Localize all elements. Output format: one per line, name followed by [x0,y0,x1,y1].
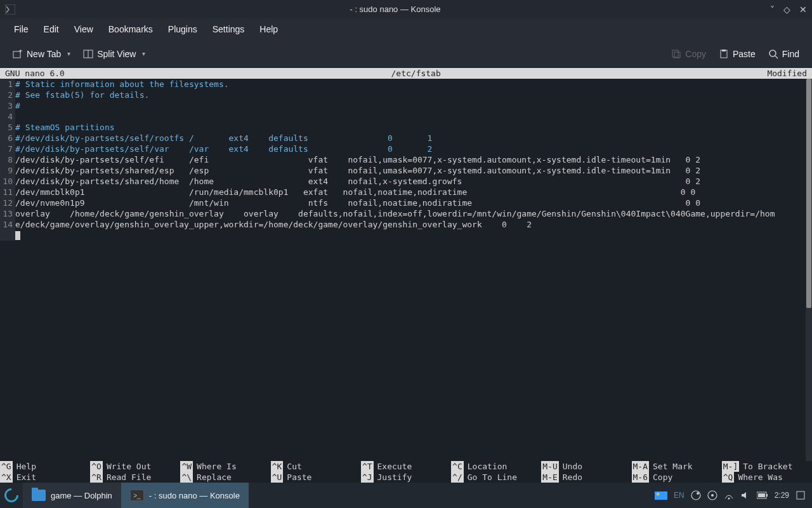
nano-shortcut: ^TExecute [361,461,451,472]
nano-editor[interactable]: 1234567891011121314 # Static information… [0,79,812,241]
folder-icon [32,490,46,501]
nano-shortcut: M-ASet Mark [632,461,722,472]
window-titlebar: - : sudo nano — Konsole ˅ ◇ ✕ [0,0,812,18]
task-konsole-label: - : sudo nano — Konsole [149,491,240,500]
steamdeck-logo-icon [1,485,21,505]
nano-shortcut: M-UUndo [541,461,631,472]
network-icon[interactable] [724,490,734,500]
menubar: File Edit View Bookmarks Plugins Setting… [0,18,812,40]
task-konsole[interactable]: >_ - : sudo nano — Konsole [121,483,249,508]
svg-rect-16 [766,494,768,497]
menu-settings[interactable]: Settings [205,20,252,38]
svg-rect-0 [5,4,15,15]
battery-icon[interactable] [757,491,768,499]
window-controls: ˅ ◇ ✕ [770,4,807,15]
steam-icon[interactable] [691,490,701,500]
nano-filename: /etc/fstab [65,68,767,79]
nano-shortcut: ^CLocation [451,461,541,472]
paste-button[interactable]: Paste [712,45,762,63]
scrollbar-vertical[interactable] [806,79,812,461]
menu-bookmarks[interactable]: Bookmarks [101,20,160,38]
menu-view[interactable]: View [67,20,101,38]
steam-icon-2[interactable] [707,490,717,500]
keyboard-layout-icon[interactable] [655,491,667,500]
minimize-icon[interactable]: ˅ [770,4,775,15]
menu-edit[interactable]: Edit [36,20,67,38]
svg-point-8 [769,50,776,57]
system-tray: EN 2:29 [648,490,812,500]
nano-shortcut: ^OWrite Out [90,461,180,472]
svg-rect-18 [797,491,804,499]
taskbar: game — Dolphin >_ - : sudo nano — Konsol… [0,483,812,508]
nano-shortcut: ^GHelp [0,461,90,472]
nano-shortcut: ^KCut [271,461,361,472]
nano-shortcut: ^UPaste [271,472,361,483]
nano-shortcut: ^XExit [0,472,90,483]
nano-code-content[interactable]: # Static information about the filesyste… [15,79,812,241]
task-dolphin-label: game — Dolphin [51,491,112,500]
svg-rect-4 [672,50,678,57]
svg-point-10 [691,491,700,500]
svg-rect-1 [13,51,20,58]
nano-shortcut: ^WWhere Is [180,461,270,472]
split-view-icon [83,49,93,59]
split-view-label: Split View [97,49,136,59]
input-language[interactable]: EN [674,491,684,500]
menu-file[interactable]: File [6,20,36,38]
terminal-area[interactable]: GNU nano 6.0 /etc/fstab Modified 1234567… [0,68,812,483]
volume-icon[interactable] [740,490,750,500]
chevron-down-icon: ▾ [142,50,145,57]
nano-shortcut: M-]To Bracket [722,461,812,472]
svg-rect-17 [758,493,765,497]
window-title: - : sudo nano — Konsole [20,4,770,14]
svg-rect-7 [722,50,726,51]
paste-icon [719,49,729,59]
copy-label: Copy [685,49,706,59]
svg-point-13 [711,494,714,497]
maximize-icon[interactable]: ◇ [783,4,790,15]
scrollbar-thumb[interactable] [806,79,811,308]
menu-help[interactable]: Help [252,20,285,38]
svg-point-14 [728,498,730,500]
konsole-app-icon [5,4,15,15]
find-button[interactable]: Find [762,45,806,63]
nano-header: GNU nano 6.0 /etc/fstab Modified [0,68,812,79]
toolbar: New Tab ▾ Split View ▾ Copy Paste Find [0,40,812,68]
svg-line-9 [775,56,778,58]
split-view-button[interactable]: Split View ▾ [77,45,152,63]
nano-shortcut: M-6Copy [632,472,722,483]
new-tab-icon [13,49,23,59]
task-dolphin[interactable]: game — Dolphin [23,483,121,508]
chevron-down-icon: ▾ [67,50,70,57]
nano-app-name: GNU nano 6.0 [5,68,65,79]
search-icon [768,49,778,59]
line-number-gutter: 1234567891011121314 [0,79,15,241]
copy-icon [671,49,681,59]
paste-label: Paste [733,49,756,59]
copy-button[interactable]: Copy [665,45,712,63]
svg-point-11 [697,492,699,495]
new-tab-label: New Tab [27,49,61,59]
nano-shortcut: ^/Go To Line [451,472,541,483]
menu-plugins[interactable]: Plugins [160,20,205,38]
nano-shortcut-bar: ^GHelp^OWrite Out^WWhere Is^KCut^TExecut… [0,461,812,483]
close-icon[interactable]: ✕ [799,4,807,15]
new-tab-button[interactable]: New Tab ▾ [6,45,77,63]
clock[interactable]: 2:29 [775,491,789,500]
nano-shortcut: ^\Replace [180,472,270,483]
show-desktop-icon[interactable] [796,490,806,500]
nano-shortcut: ^JJustify [361,472,451,483]
nano-shortcut: M-ERedo [541,472,631,483]
start-button[interactable] [0,483,23,508]
nano-shortcut: ^QWhere Was [722,472,812,483]
nano-status: Modified [767,68,807,79]
terminal-icon: >_ [130,490,144,501]
nano-shortcut: ^RRead File [90,472,180,483]
find-label: Find [782,49,799,59]
